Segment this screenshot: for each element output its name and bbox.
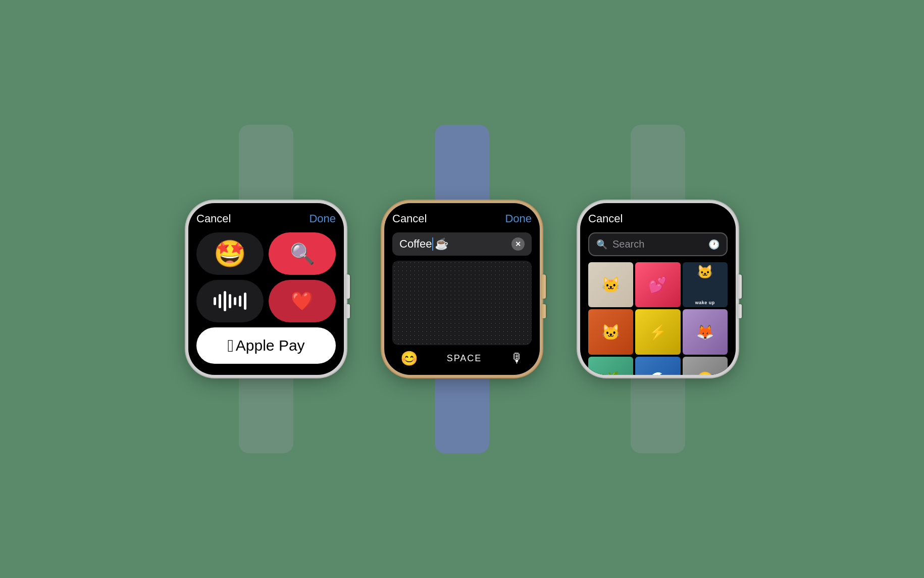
watch-body-2: Cancel Done Coffee☕ ✕ 😊 SPACE 🎙	[384, 203, 540, 375]
watch-2: Cancel Done Coffee☕ ✕ 😊 SPACE 🎙	[384, 125, 540, 453]
space-button[interactable]: SPACE	[447, 353, 482, 364]
watch2-bottom-bar: 😊 SPACE 🎙	[392, 350, 532, 367]
watch-3: Cancel 🔍 Search 🕐 🐱 💕 🐱 🐱 ⚡ 🦊 🌿	[580, 125, 736, 453]
gif-cell-4[interactable]: 🐱	[588, 309, 633, 354]
watch-crown-2[interactable]	[541, 274, 546, 299]
watch2-cancel[interactable]: Cancel	[392, 212, 427, 225]
wave-bar-3	[224, 291, 226, 311]
watch-crown-3[interactable]	[737, 274, 742, 299]
memoji-button[interactable]: 🤩	[196, 232, 264, 275]
watch3-search-bar[interactable]: 🔍 Search 🕐	[588, 232, 728, 256]
gif-grid: 🐱 💕 🐱 🐱 ⚡ 🦊 🌿 🌊 😄	[588, 262, 728, 375]
watch-case-2: Cancel Done Coffee☕ ✕ 😊 SPACE 🎙	[384, 203, 540, 375]
emoji-picker-button[interactable]: 😊	[400, 350, 418, 367]
watch-side-button-3[interactable]	[737, 304, 742, 318]
watch1-header: Cancel Done	[196, 212, 336, 225]
giphy-icon-container: 🔍	[269, 232, 336, 275]
gif-cell-6[interactable]: 🦊	[683, 309, 728, 354]
gif-cell-2[interactable]: 💕	[635, 262, 680, 307]
heart-bandaid-icon: ❤️	[291, 291, 314, 312]
wave-bar-1	[214, 297, 216, 305]
giphy-search-button[interactable]: 🔍	[269, 232, 336, 275]
watch3-header: Cancel	[588, 212, 728, 225]
watch-crown-1[interactable]	[345, 274, 350, 299]
apple-pay-content:  Apple Pay	[227, 337, 304, 354]
gif-cell-3[interactable]: 🐱	[683, 262, 728, 307]
band-top-1	[239, 125, 293, 203]
band-bottom-1	[239, 375, 293, 453]
watch-screen-3: Cancel 🔍 Search 🕐 🐱 💕 🐱 🐱 ⚡ 🦊 🌿	[580, 203, 736, 375]
apple-pay-button[interactable]:  Apple Pay	[196, 327, 336, 364]
watch2-text-value: Coffee	[399, 237, 432, 251]
watch2-header: Cancel Done	[392, 212, 532, 225]
memoji-emoji: 🤩	[196, 232, 264, 275]
coffee-emoji-icon: ☕	[435, 237, 448, 251]
watch-screen-2: Cancel Done Coffee☕ ✕ 😊 SPACE 🎙	[384, 203, 540, 375]
search-icon: 🔍	[596, 239, 607, 250]
watch-case-1: Cancel Done 🤩 🔍	[188, 203, 344, 375]
apple-pay-label: Apple Pay	[236, 337, 305, 354]
band-bottom-3	[631, 375, 685, 453]
watch-side-button-1[interactable]	[345, 304, 350, 318]
wave-bar-4	[229, 294, 231, 308]
clock-icon: 🕐	[708, 239, 720, 250]
wave-bar-5	[234, 297, 236, 305]
watch-side-button-2[interactable]	[541, 304, 546, 318]
band-bottom-2	[435, 375, 489, 453]
wave-bar-7	[244, 293, 246, 310]
watch2-text-input-row[interactable]: Coffee☕ ✕	[392, 232, 532, 256]
audio-message-button[interactable]	[196, 280, 264, 322]
watch1-cancel[interactable]: Cancel	[196, 212, 231, 225]
clear-text-button[interactable]: ✕	[511, 237, 525, 251]
gif-cell-8[interactable]: 🌊	[635, 357, 680, 375]
wave-bar-6	[239, 296, 241, 307]
microphone-button[interactable]: 🎙	[510, 351, 524, 366]
watch-body-3: Cancel 🔍 Search 🕐 🐱 💕 🐱 🐱 ⚡ 🦊 🌿	[580, 203, 736, 375]
watch1-done[interactable]: Done	[309, 212, 336, 225]
watch2-text-content: Coffee☕	[399, 237, 511, 251]
apple-logo-icon: 	[227, 337, 233, 354]
watch2-done[interactable]: Done	[505, 212, 532, 225]
band-top-3	[631, 125, 685, 203]
watch-1: Cancel Done 🤩 🔍	[188, 125, 344, 453]
watch-case-3: Cancel 🔍 Search 🕐 🐱 💕 🐱 🐱 ⚡ 🦊 🌿	[580, 203, 736, 375]
search-magnify-icon: 🔍	[290, 242, 315, 266]
gif-cell-1[interactable]: 🐱	[588, 262, 633, 307]
gif-cell-7[interactable]: 🌿	[588, 357, 633, 375]
audio-waves-icon	[214, 291, 246, 311]
voice-dictation-area[interactable]	[392, 261, 532, 345]
band-top-2	[435, 125, 489, 203]
wave-bar-2	[219, 294, 221, 308]
search-placeholder: Search	[612, 238, 703, 250]
text-cursor	[432, 237, 433, 251]
digital-touch-button[interactable]: ❤️	[269, 280, 336, 322]
watch-screen-1: Cancel Done 🤩 🔍	[188, 203, 344, 375]
gif-cell-9[interactable]: 😄	[683, 357, 728, 375]
watch-body-1: Cancel Done 🤩 🔍	[188, 203, 344, 375]
gif-cell-5[interactable]: ⚡	[635, 309, 680, 354]
watch3-cancel[interactable]: Cancel	[588, 212, 623, 225]
watch1-button-grid: 🤩 🔍	[196, 232, 336, 364]
